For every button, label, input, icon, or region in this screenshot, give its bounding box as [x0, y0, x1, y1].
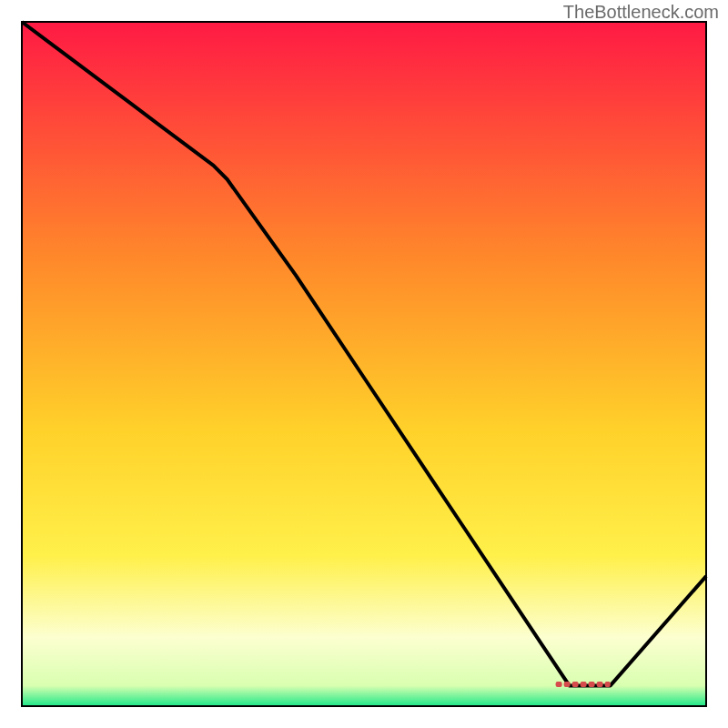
svg-rect-5: [597, 682, 603, 687]
svg-rect-4: [589, 682, 595, 687]
attribution-text: TheBottleneck.com: [563, 2, 719, 23]
bottleneck-chart: [0, 0, 728, 728]
gradient-background: [22, 22, 706, 706]
svg-rect-6: [605, 682, 611, 687]
svg-rect-1: [564, 682, 571, 687]
svg-rect-3: [581, 682, 587, 687]
svg-rect-0: [556, 682, 562, 687]
svg-rect-2: [572, 682, 579, 687]
